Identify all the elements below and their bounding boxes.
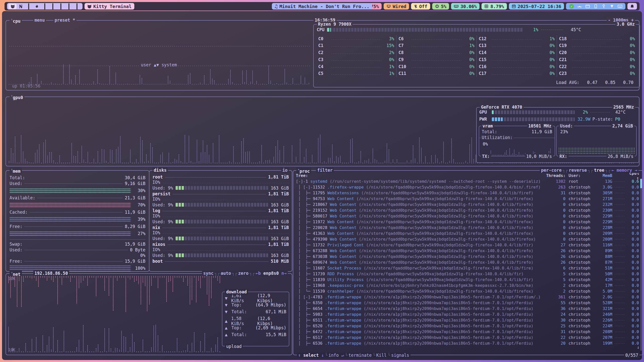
workspace-5[interactable] (41, 4, 49, 9)
process-row[interactable]: │ ├─ 6536 .ferdium-wrappe (/nix/store/a1… (293, 340, 643, 346)
workspace-4[interactable] (33, 4, 41, 9)
process-scrollbar[interactable] (640, 179, 642, 351)
disk-size: 1,81 TiB (268, 191, 289, 196)
music-widget[interactable]: ♫ Minuit Machine - Don't Run Fro... (272, 3, 372, 10)
process-row[interactable]: │ ├─ 580017 Web Content (/nix/store/fqad… (293, 213, 643, 219)
mustache-icon[interactable] (577, 5, 582, 8)
module-memory[interactable]: 30.06% (451, 3, 479, 10)
process-command: (/nix/store/fqadd0bprwc5yw5k99xajbdqd1dz… (359, 237, 536, 242)
module-network[interactable]: Wired (384, 3, 409, 10)
process-row[interactable]: │ ├─ 6520 .ferdium-wrappe (/nix/store/a1… (293, 323, 643, 329)
module-bluetooth[interactable]: Off (411, 3, 430, 10)
key-icon[interactable] (601, 4, 607, 8)
process-row[interactable]: │ ├─ 41363 Web Content (/nix/store/fqadd… (293, 231, 643, 236)
workspace-9[interactable] (73, 4, 81, 9)
action-signals[interactable]: signals (391, 353, 409, 358)
process-row[interactable]: │ [-]-4783 .ferdium-wrappe (/nix/store/a… (293, 294, 643, 300)
core-row: C180% (559, 36, 635, 41)
process-row[interactable]: [-]-1 systemd (/run/current-system/syste… (293, 178, 643, 184)
process-row[interactable]: │ ├─ 218067 Web Content (/nix/store/fqad… (293, 202, 643, 207)
action-terminate[interactable]: terminate (348, 353, 372, 358)
sync-button[interactable]: sync (203, 271, 214, 276)
module-cpu[interactable]: 5% (432, 3, 449, 10)
workspace-2[interactable] (17, 4, 25, 9)
process-row[interactable]: │ ├─ 6511 .ferdium-wrappe (/nix/store/a1… (293, 317, 643, 323)
process-row[interactable]: │ ├─ 673288 Web Content (/nix/store/fqad… (293, 248, 643, 254)
core-history-graph (411, 74, 461, 75)
process-row[interactable]: │ ├─ 689674 Web Content (/nix/store/fqad… (293, 259, 643, 265)
workspace-8[interactable] (65, 4, 73, 9)
tree-branch: [-]- (296, 179, 306, 184)
process-row[interactable]: │ ├─ 6350 .ferdium-wrappe (/nix/store/a1… (293, 300, 643, 306)
process-row[interactable]: │ └─ 11539 crashhelper (/nix/store/fqadd… (293, 288, 643, 294)
window-icon[interactable] (585, 5, 590, 8)
mem-panel-title: ²mem (10, 167, 22, 174)
core-history-graph (572, 39, 622, 40)
process-row[interactable]: │ ├─ 11795 WebExtensions (/nix/store/fqa… (293, 190, 643, 196)
process-row[interactable]: │ ├─ 6472 .ferdium-wrappe (/nix/store/a1… (293, 329, 643, 335)
kitty-icon (87, 4, 92, 9)
core-label: C16 (479, 64, 489, 69)
process-row[interactable]: │ ├─ 479390 Web Content (/nix/store/fqad… (293, 236, 643, 242)
filter-button[interactable]: filter (316, 167, 334, 173)
workspaces[interactable] (7, 3, 83, 10)
module-clock[interactable]: 2025-07-22 16:36 (509, 3, 564, 10)
process-row[interactable]: │ ├─ 6654 .ferdium-wrappe (/nix/store/a1… (293, 306, 643, 311)
process-memory: 51M (598, 266, 612, 270)
process-row[interactable]: │ ├─ 11732 Privileged Cont (/nix/store/f… (293, 242, 643, 248)
keyboard-icon[interactable] (617, 5, 623, 8)
process-pid: 479390 (313, 237, 330, 242)
menu-button[interactable]: menu (33, 17, 46, 23)
process-row[interactable]: │ ├─ 6517 .ferdium-wrappe (/nix/store/a1… (293, 335, 643, 340)
workspace-6[interactable] (49, 4, 57, 9)
process-row[interactable]: │ ├─ 11972 Web Content (/nix/store/fqadd… (293, 219, 643, 225)
preset-button[interactable]: preset * (53, 17, 76, 23)
disk-name-row: root1,81 TiB (149, 174, 292, 180)
action-info[interactable]: info ↵ (329, 353, 344, 358)
workspace-7[interactable] (57, 4, 65, 9)
tree-branch: │ ├─ (296, 219, 313, 224)
process-panel: ⁴proc filter per-core┐┌reverse┐┌tree┐┌← … (293, 170, 643, 355)
process-pid: 11972 (313, 219, 327, 224)
workspace-1[interactable] (9, 4, 17, 9)
workspace-3[interactable] (25, 4, 33, 9)
process-cpu: 0.0 (625, 312, 639, 317)
process-row[interactable]: │ ├─ 673038 Web Content (/nix/store/fqad… (293, 254, 643, 259)
auto-button[interactable]: auto (221, 271, 231, 276)
action-kill[interactable]: Kill (376, 353, 387, 358)
sort-selector[interactable]: ← memory → (612, 168, 637, 173)
cpu-usage-bar (327, 28, 523, 32)
shield-icon[interactable] (609, 5, 615, 8)
core-label: C2 (318, 50, 329, 55)
tree-toggle[interactable]: tree (594, 168, 604, 173)
io-mode-button[interactable]: io (281, 167, 289, 173)
gpu-model: GeForce RTX 4070 (480, 104, 524, 110)
process-row[interactable]: │ ├─ 11968 .keepassxc-prox (/nix/store/b… (293, 283, 643, 288)
core-usage: 0% (544, 64, 555, 69)
per-core-toggle[interactable]: per-core (541, 168, 562, 173)
action-select[interactable]: ↑ select ↓ (298, 353, 324, 358)
process-row[interactable]: │ ├─ 11739 RDD Process (/nix/store/fqadd… (293, 271, 643, 277)
process-row[interactable]: │ ├─ 11607 Socket Process (/nix/store/fq… (293, 265, 643, 271)
process-row[interactable]: │ [-]-11532 .firefox-wrappe (/nix/store/… (293, 184, 643, 190)
tree-branch: │ ├─ (296, 272, 313, 276)
core-history-graph (491, 46, 542, 47)
square-icon (44, 4, 45, 9)
check-circle-icon[interactable]: ✓ (569, 4, 574, 9)
core-column-2: C60%C71%C80%C90%C100%C110% (396, 35, 476, 77)
process-row[interactable]: │ ├─ 11839 Utility Process (/nix/store/f… (293, 277, 643, 283)
module-disk[interactable]: 8.79% (481, 3, 507, 10)
process-row[interactable]: │ ├─ 94753 Web Content (/nix/store/fqadd… (293, 196, 643, 202)
process-command: (/nix/store/fqadd0bprwc5yw5k99xajbdqd1dz… (356, 272, 524, 276)
notifications-button[interactable] (627, 3, 637, 10)
process-row[interactable]: │ ├─ 220028 Web Content (/nix/store/fqad… (293, 225, 643, 231)
disk-name-row: nix1,81 TiB (149, 225, 292, 230)
process-row[interactable]: │ ├─ 5983 .ferdium-wrappe (/nix/store/a1… (293, 311, 643, 317)
iface-prev-key[interactable]: ←b (256, 271, 261, 276)
process-actions: ↑ select ↓└info ↵└terminate└Kill└signals (297, 352, 411, 358)
reverse-toggle[interactable]: reverse (569, 168, 587, 173)
iface-next-key[interactable]: n→ (281, 271, 287, 276)
phone-icon[interactable] (593, 4, 598, 8)
zero-button[interactable]: zero (238, 271, 249, 276)
process-row[interactable]: │ ├─ 219152 Web Content (/nix/store/fqad… (293, 207, 643, 213)
